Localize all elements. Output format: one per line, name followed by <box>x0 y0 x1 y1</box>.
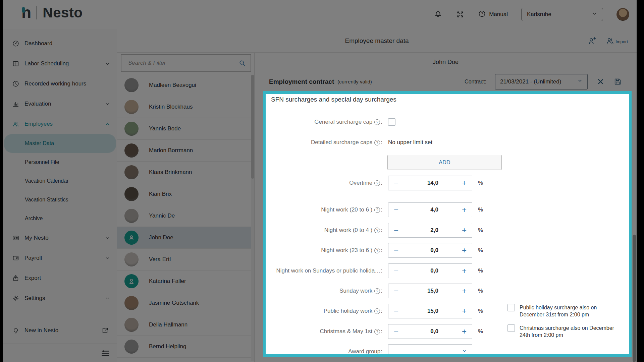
stepper-value[interactable]: 0,0 <box>404 267 457 274</box>
manual-button[interactable]: ? Manual <box>478 10 508 19</box>
collapse-sidebar-button[interactable] <box>101 349 110 358</box>
help-icon[interactable]: ? <box>374 180 380 186</box>
surcharge-row: Public holiday work?:−15,0+%Public holid… <box>266 304 629 318</box>
general-surcharge-cap-checkbox[interactable] <box>388 118 395 126</box>
sidebar-item-label: Vacation Statistics <box>25 197 68 203</box>
close-icon[interactable] <box>596 77 605 86</box>
sidebar-item-vacation-calendar[interactable]: Vacation Calendar <box>3 172 117 190</box>
add-employee-button[interactable] <box>588 37 596 45</box>
help-icon[interactable]: ? <box>374 119 380 125</box>
stepper-value[interactable]: 2,0 <box>404 227 457 234</box>
surcharge-option-checkbox[interactable] <box>507 324 515 332</box>
location-select[interactable]: Karlsruhe <box>521 8 603 21</box>
stepper-minus-button[interactable]: − <box>388 176 404 190</box>
import-button[interactable]: Import <box>606 37 628 45</box>
contract-select[interactable]: 21/03/2021 - (Unlimited) <box>495 74 588 89</box>
wallet-icon <box>12 254 19 262</box>
employee-row[interactable]: Klaas Brinkmann <box>117 162 254 183</box>
chevron-down-icon <box>105 296 110 301</box>
sidebar-item-evaluation[interactable]: Evaluation <box>3 94 117 114</box>
stepper-plus-button[interactable]: + <box>457 284 472 298</box>
sidebar-item-export[interactable]: Export <box>3 268 117 288</box>
stepper-value[interactable]: 4,0 <box>404 206 457 213</box>
search-input[interactable] <box>127 59 238 67</box>
sidebar-nav: DashboardLabor SchedulingRecorded workin… <box>3 29 117 308</box>
sidebar-item-personnel-file[interactable]: Personnel File <box>3 153 117 172</box>
employee-row[interactable]: John Doe <box>117 227 254 249</box>
sidebar-item-vacation-statistics[interactable]: Vacation Statistics <box>3 190 117 209</box>
logo-divider <box>37 6 37 19</box>
sidebar-item-labor-scheduling[interactable]: Labor Scheduling <box>3 54 117 74</box>
sidebar-item-dashboard[interactable]: Dashboard <box>3 34 117 54</box>
stepper-minus-button[interactable]: − <box>388 284 404 298</box>
employee-row[interactable]: Jasmine Gutschank <box>117 292 254 314</box>
stepper-plus-button[interactable]: + <box>457 304 472 318</box>
sidebar-item-archive[interactable]: Archive <box>3 209 117 228</box>
sidebar-item-recorded-working-hours[interactable]: Recorded working hours <box>3 74 117 94</box>
surcharge-option-checkbox[interactable] <box>507 304 515 311</box>
help-icon[interactable]: ? <box>374 308 380 314</box>
award-group-select[interactable] <box>388 344 472 357</box>
employee-row[interactable]: Yannic De <box>117 205 254 227</box>
employee-row[interactable]: Madleen Beavogui <box>117 74 254 96</box>
import-label: Import <box>615 39 628 45</box>
page-scrollbar[interactable] <box>633 235 636 362</box>
stepper-minus-button[interactable]: − <box>388 203 404 217</box>
help-icon[interactable]: ? <box>374 288 380 294</box>
help-icon[interactable]: ? <box>374 329 380 335</box>
employee-row[interactable]: Bernd Helpling <box>117 336 254 358</box>
employee-list-scrollbar[interactable] <box>251 75 254 361</box>
help-icon[interactable]: ? <box>374 248 380 253</box>
stepper-plus-button[interactable]: + <box>457 244 472 257</box>
add-surcharge-cap-button[interactable]: ADD <box>387 155 502 170</box>
user-avatar[interactable] <box>616 8 629 21</box>
search-icon[interactable] <box>238 59 246 67</box>
employee-row[interactable]: Vera Ertl <box>117 249 254 270</box>
sidebar-item-new-in-nesto[interactable]: New in Nesto <box>3 320 117 341</box>
stepper-value[interactable]: 0,0 <box>404 247 457 254</box>
employee-row[interactable]: Kristin Blockhaus <box>117 96 254 118</box>
employee-row[interactable]: Delia Hallmann <box>117 314 254 336</box>
sidebar-item-my-nesto[interactable]: My Nesto <box>3 228 117 248</box>
stepper-minus-button[interactable]: − <box>388 224 404 237</box>
stepper-plus-button[interactable]: + <box>457 203 472 217</box>
field-label: General surcharge cap?: <box>266 119 382 125</box>
stepper-plus-button[interactable]: + <box>457 224 472 237</box>
sidebar-item-payroll[interactable]: Payroll <box>3 248 117 268</box>
chevron-down-icon <box>577 78 583 85</box>
grid-icon <box>12 60 19 67</box>
unit-label: % <box>478 227 483 234</box>
stepper-minus-button[interactable]: − <box>388 304 404 318</box>
sidebar-item-settings[interactable]: Settings <box>3 288 117 308</box>
sidebar: DashboardLabor SchedulingRecorded workin… <box>3 29 117 362</box>
stepper-minus-button[interactable]: − <box>388 325 404 338</box>
external-link-icon[interactable] <box>101 327 109 334</box>
stepper-plus-button[interactable]: + <box>457 264 472 278</box>
sidebar-item-employees[interactable]: Employees <box>3 114 117 134</box>
help-icon[interactable]: ? <box>374 228 380 233</box>
help-icon[interactable]: ? <box>374 140 380 145</box>
save-icon[interactable] <box>613 77 622 86</box>
employee-row[interactable]: Katarina Faller <box>117 270 254 292</box>
dashboard-icon <box>12 40 19 47</box>
employee-row[interactable]: Marlon Borrmann <box>117 140 254 162</box>
employee-avatar <box>124 209 139 223</box>
employee-name: John Doe <box>149 234 173 241</box>
stepper-minus-button[interactable]: − <box>388 244 404 257</box>
stepper-value[interactable]: 15,0 <box>404 308 457 314</box>
sidebar-item-master-data[interactable]: Master Data <box>4 134 116 153</box>
fullscreen-icon[interactable] <box>456 10 465 19</box>
stepper-value[interactable]: 15,0 <box>404 288 457 294</box>
surcharge-row: Night work (23 to 6 )?:−0,0+% <box>266 243 629 258</box>
stepper-value[interactable]: 14,0 <box>404 180 457 186</box>
employee-name: Kristin Blockhaus <box>149 104 193 110</box>
bell-icon[interactable] <box>434 10 442 19</box>
employee-row[interactable]: Yannis Bode <box>117 118 254 140</box>
help-icon[interactable]: ? <box>374 207 380 213</box>
stepper-minus-button[interactable]: − <box>388 264 404 278</box>
field-label: Christmas & May 1st?: <box>266 328 382 335</box>
stepper-plus-button[interactable]: + <box>457 176 472 190</box>
stepper-value[interactable]: 0,0 <box>404 328 457 335</box>
employee-row[interactable]: Kian Brix <box>117 183 254 205</box>
stepper-plus-button[interactable]: + <box>457 325 472 338</box>
